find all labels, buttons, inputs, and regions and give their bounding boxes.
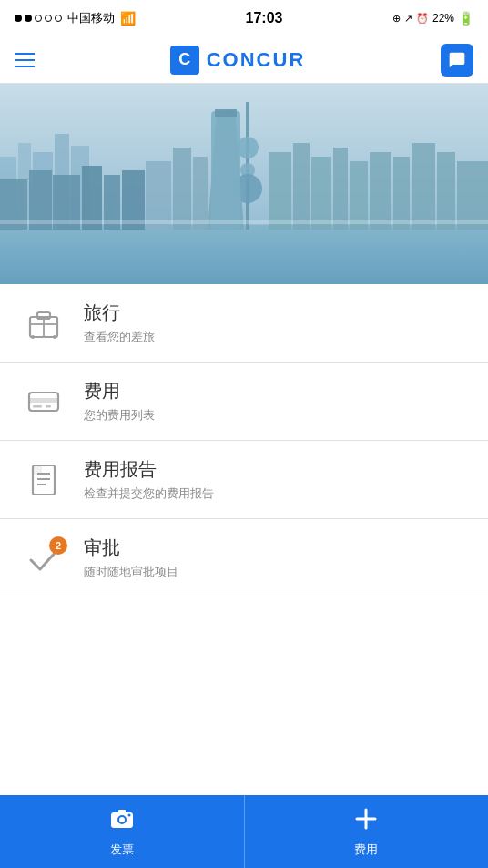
chat-icon	[448, 51, 466, 69]
svg-rect-24	[412, 143, 435, 230]
signal-dots	[15, 15, 62, 22]
report-title: 费用报告	[84, 457, 214, 482]
svg-point-38	[31, 335, 35, 339]
battery-icon: 🔋	[458, 11, 473, 26]
svg-rect-12	[211, 111, 240, 230]
plus-svg	[353, 806, 379, 832]
svg-rect-19	[311, 157, 331, 230]
logo-text: CONCUR	[207, 48, 306, 72]
svg-rect-13	[215, 109, 237, 117]
approval-title: 审批	[84, 536, 178, 560]
menu-item-expense[interactable]: 费用 您的费用列表	[0, 363, 488, 441]
travel-title: 旅行	[84, 301, 155, 325]
svg-point-53	[127, 813, 130, 816]
report-text: 费用报告 检查并提交您的费用报告	[84, 457, 214, 502]
svg-rect-14	[146, 161, 171, 230]
hamburger-line-3	[15, 66, 35, 67]
svg-rect-52	[118, 810, 126, 813]
status-bar: 中国移动 📶 17:03 ⊕ ↗ ⏰ 22% 🔋	[0, 0, 488, 36]
approval-subtitle: 随时随地审批项目	[84, 564, 178, 580]
travel-text: 旅行 查看您的差旅	[84, 301, 155, 345]
svg-rect-33	[0, 220, 488, 224]
camera-icon	[109, 806, 135, 838]
svg-rect-18	[293, 143, 310, 230]
expense-subtitle: 您的费用列表	[84, 407, 155, 424]
document-icon	[25, 462, 62, 498]
expense-text: 费用 您的费用列表	[84, 379, 155, 424]
report-subtitle: 检查并提交您的费用报告	[84, 485, 214, 502]
svg-rect-42	[33, 405, 42, 408]
status-left: 中国移动 📶	[15, 10, 136, 26]
svg-rect-17	[269, 152, 291, 230]
logo-letter: C	[178, 50, 190, 69]
svg-rect-43	[46, 405, 51, 408]
svg-rect-23	[393, 157, 410, 230]
menu-item-travel[interactable]: 旅行 查看您的差旅	[0, 284, 488, 363]
approval-badge: 2	[49, 536, 67, 555]
menu-item-report[interactable]: 费用报告 检查并提交您的费用报告	[0, 441, 488, 519]
carrier-label: 中国移动	[67, 10, 115, 26]
svg-rect-16	[193, 157, 208, 230]
svg-rect-22	[370, 152, 391, 230]
svg-rect-48	[33, 465, 42, 475]
hamburger-button[interactable]	[15, 53, 35, 67]
suitcase-icon	[25, 305, 62, 342]
battery-label: 22%	[432, 12, 454, 25]
location-icon: ⊕	[392, 13, 401, 25]
svg-point-51	[119, 817, 125, 822]
menu-item-approval[interactable]: 2 审批 随时随地审批项目	[0, 519, 488, 597]
alarm-icon: ⏰	[416, 13, 429, 25]
invoice-tab-label: 发票	[110, 842, 134, 858]
dot-1	[15, 15, 22, 22]
app-container: 中国移动 📶 17:03 ⊕ ↗ ⏰ 22% 🔋 C CONCUR	[0, 0, 488, 868]
expense-tab-label: 费用	[354, 842, 378, 858]
tab-expense[interactable]: 费用	[245, 795, 489, 868]
dot-4	[45, 15, 52, 22]
header: C CONCUR	[0, 36, 488, 84]
logo-icon: C	[170, 46, 199, 75]
svg-rect-21	[350, 161, 368, 230]
plus-icon	[353, 806, 379, 838]
svg-rect-15	[173, 148, 191, 230]
svg-point-39	[53, 335, 56, 339]
logo: C CONCUR	[170, 46, 306, 75]
camera-svg	[109, 806, 135, 832]
menu-list: 旅行 查看您的差旅 费用 您的费用列表	[0, 284, 488, 868]
expense-icon-wrap	[18, 383, 69, 420]
status-right: ⊕ ↗ ⏰ 22% 🔋	[392, 11, 473, 26]
arrow-icon: ↗	[404, 13, 412, 25]
tab-bar: 发票 费用	[0, 795, 488, 868]
svg-rect-20	[333, 148, 348, 230]
approval-text: 审批 随时随地审批项目	[84, 536, 178, 580]
dot-3	[35, 15, 42, 22]
svg-rect-1	[0, 225, 488, 284]
status-time: 17:03	[246, 10, 283, 26]
report-icon-wrap	[18, 462, 69, 498]
svg-rect-30	[82, 166, 102, 230]
tab-invoice[interactable]: 发票	[0, 795, 245, 868]
travel-icon-wrap	[18, 305, 69, 342]
svg-rect-26	[457, 161, 488, 230]
hero-image	[0, 84, 488, 284]
approval-icon-wrap: 2	[18, 540, 69, 577]
hamburger-line-1	[15, 53, 35, 55]
travel-subtitle: 查看您的差旅	[84, 329, 155, 345]
expense-title: 费用	[84, 379, 155, 403]
svg-rect-25	[437, 152, 455, 230]
svg-rect-41	[29, 398, 58, 403]
hamburger-line-2	[15, 59, 35, 61]
dot-5	[55, 15, 62, 22]
chat-button[interactable]	[441, 44, 473, 77]
wifi-icon: 📶	[120, 11, 136, 26]
dot-2	[25, 15, 32, 22]
card-icon	[25, 383, 62, 420]
